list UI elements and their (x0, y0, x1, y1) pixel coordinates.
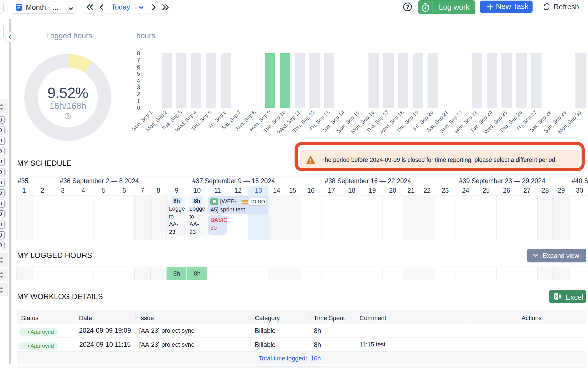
svg-text:X: X (555, 294, 558, 299)
